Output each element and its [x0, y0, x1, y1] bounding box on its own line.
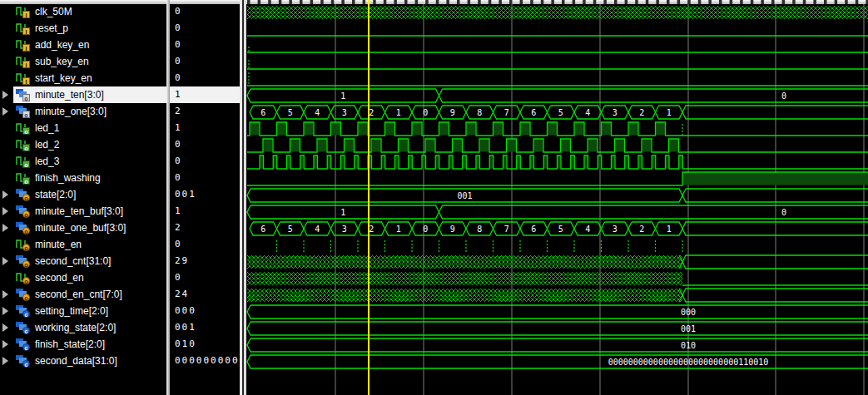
- ruler-tick: [551, 0, 554, 4]
- bus-value-label: 9: [450, 108, 455, 117]
- ruler-tick: [573, 0, 576, 4]
- pulse-fill: [602, 123, 611, 136]
- wave-shape: [247, 338, 868, 352]
- pulse-fill: [629, 123, 638, 136]
- ruler-tick: [698, 0, 702, 4]
- bus-value-label: 8: [477, 225, 482, 234]
- ruler-tick: [708, 0, 712, 4]
- bus-value-label: 7: [504, 225, 509, 234]
- bus-value-label: 3: [613, 225, 618, 234]
- ruler-tick: [268, 0, 271, 4]
- pulse-fill: [558, 156, 561, 169]
- pulse-fill: [656, 123, 665, 136]
- pulse-fill: [385, 123, 394, 136]
- pulse-fill: [426, 140, 435, 152]
- pulse-fill: [372, 140, 381, 152]
- pulse-fill: [290, 140, 300, 152]
- bus-value-label: 9: [450, 225, 455, 234]
- bus-value-label: 0: [781, 208, 786, 217]
- panel-splitter-2[interactable]: [240, 0, 246, 395]
- pulse-fill: [453, 140, 462, 152]
- bus-value-label: 6: [531, 225, 536, 234]
- bus-value-label: 010: [681, 341, 696, 350]
- bus-value-label: 0: [423, 108, 428, 117]
- bus-value-label: 3: [342, 108, 347, 117]
- ruler-tick: [404, 0, 408, 4]
- ruler-tick: [320, 0, 324, 4]
- pulse-fill: [328, 156, 331, 169]
- pulse-fill: [679, 156, 682, 169]
- ruler-tick: [824, 0, 827, 4]
- pulse-fill: [639, 156, 642, 169]
- dense-toggle-band: [247, 272, 682, 285]
- bus-value-label: 4: [315, 108, 320, 117]
- pulse-fill: [277, 123, 286, 136]
- bus-value-label: 7: [504, 108, 509, 117]
- ruler-tick: [289, 0, 292, 4]
- bus-value-label: 6: [531, 108, 536, 117]
- ruler-tick: [813, 0, 816, 4]
- waveform-viewer-window: Iclk_50MIreset_pIadd_key_enIsub_key_enIs…: [0, 0, 868, 395]
- pulse-fill: [642, 140, 652, 152]
- high-fill: [682, 173, 868, 185]
- ruler-tick: [845, 0, 848, 4]
- waveform-canvas[interactable]: 1065432109876543210011065432109876543210…: [0, 0, 868, 395]
- ruler-tick: [436, 0, 439, 4]
- pulse-fill: [423, 156, 426, 169]
- ruler-tick: [310, 0, 314, 4]
- bus-value-label: 1: [340, 91, 345, 101]
- ruler-tick: [751, 0, 754, 4]
- bus-value-label: 5: [558, 225, 563, 234]
- bus-value-label: 4: [585, 225, 590, 234]
- pulse-fill: [534, 140, 543, 152]
- pulse-fill: [331, 123, 340, 136]
- bus-value-label: 2: [369, 108, 374, 117]
- ruler-tick: [583, 0, 586, 4]
- pulse-fill: [413, 123, 422, 136]
- panel-splitter[interactable]: [166, 0, 170, 395]
- pulse-fill: [561, 140, 570, 152]
- ruler-tick: [761, 0, 764, 4]
- pulse-fill: [260, 156, 264, 169]
- pulse-fill: [666, 156, 669, 169]
- ruler-tick: [300, 0, 303, 4]
- pulse-fill: [615, 140, 624, 152]
- pulse-fill: [341, 156, 345, 169]
- ruler-tick: [541, 0, 544, 4]
- wave-shape: [247, 355, 868, 368]
- ruler-tick: [530, 0, 533, 4]
- bus-value-label: 1: [396, 225, 401, 234]
- ruler-tick: [562, 0, 565, 4]
- ruler-tick: [384, 0, 387, 4]
- pulse-fill: [588, 140, 598, 152]
- pulse-fill: [305, 123, 314, 136]
- pulse-fill: [517, 156, 520, 169]
- ruler-tick: [258, 0, 261, 4]
- pulse-fill: [399, 140, 408, 152]
- wave-shape: [247, 122, 868, 136]
- pulse-fill: [571, 156, 574, 169]
- pulse-fill: [494, 123, 503, 136]
- bus-value-label: 6: [260, 225, 265, 234]
- pulse-fill: [585, 156, 588, 169]
- wave-shape: [439, 205, 868, 219]
- bus-value-label: 8: [477, 108, 482, 117]
- ruler-tick: [792, 0, 796, 4]
- pulse-fill: [575, 123, 584, 136]
- bus-value-label: 6: [260, 108, 265, 117]
- pulse-fill: [521, 123, 530, 136]
- bus-value-label: 2: [639, 225, 644, 234]
- bus-value-label: 001: [457, 191, 472, 200]
- ruler-tick: [489, 0, 492, 4]
- pulse-fill: [652, 156, 656, 169]
- pulse-fill: [409, 156, 412, 169]
- ruler-tick: [247, 0, 250, 4]
- bus-value-label: 1: [667, 225, 672, 234]
- ruler-tick: [667, 0, 670, 4]
- pulse-fill: [382, 156, 385, 169]
- dense-toggle-band: [247, 255, 682, 269]
- ruler-tick: [363, 0, 366, 4]
- bus-value-label: 1: [396, 108, 401, 117]
- pulse-fill: [315, 156, 318, 169]
- ruler-tick: [425, 0, 429, 4]
